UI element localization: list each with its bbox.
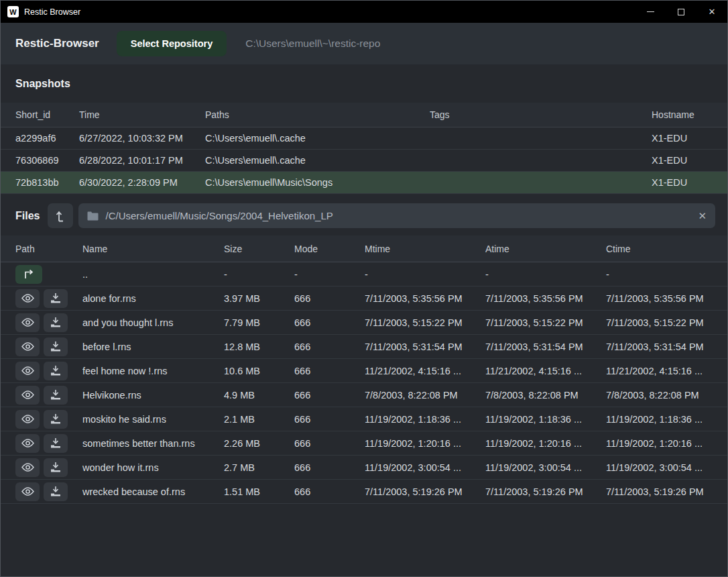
file-name: moskito he said.rns [82, 414, 224, 425]
file-row[interactable]: moskito he said.rns 2.1 MB 666 11/19/200… [1, 407, 727, 431]
file-row[interactable]: sometimes better than.rns 2.26 MB 666 11… [1, 431, 727, 456]
file-row[interactable]: before l.rns 12.8 MB 666 7/11/2003, 5:31… [1, 335, 727, 359]
download-file-button[interactable] [44, 482, 68, 501]
files-table-body: alone for.rns 3.97 MB 666 7/11/2003, 5:3… [1, 286, 727, 504]
file-mtime: 7/8/2003, 8:22:08 PM [365, 390, 485, 401]
column-paths: Paths [205, 109, 430, 120]
preview-file-button[interactable] [15, 482, 40, 501]
file-size: 7.79 MB [224, 317, 294, 328]
file-mode: 666 [294, 438, 365, 449]
file-ctime: 7/11/2003, 5:15:22 PM [606, 317, 727, 328]
parent-directory-row[interactable]: .. - - - - - [1, 262, 727, 286]
file-mtime: 11/19/2002, 1:18:36 ... [365, 414, 485, 425]
download-file-button[interactable] [44, 337, 68, 356]
preview-file-button[interactable] [15, 362, 40, 380]
column-name: Name [82, 244, 224, 254]
file-atime: 11/19/2002, 1:18:36 ... [485, 414, 606, 425]
window-controls: ✕ [635, 1, 727, 23]
snapshot-hostname: X1-EDU [652, 155, 727, 166]
file-mode: 666 [294, 317, 365, 328]
preview-file-button[interactable] [15, 337, 40, 356]
file-size: - [224, 269, 294, 280]
download-icon [50, 486, 61, 496]
maximize-icon [678, 9, 684, 15]
file-mtime: 11/19/2002, 3:00:54 ... [365, 462, 485, 473]
file-name: feel home now !.rns [82, 366, 224, 376]
snapshot-time: 6/30/2022, 2:28:09 PM [79, 177, 205, 188]
eye-icon [21, 318, 34, 327]
tree-up-icon [55, 210, 66, 222]
file-ctime: 11/21/2002, 4:15:16 ... [606, 366, 727, 376]
download-icon [50, 390, 61, 400]
snapshot-paths: C:\Users\emuell\.cache [205, 155, 430, 166]
preview-file-button[interactable] [15, 434, 40, 453]
download-icon [50, 438, 61, 448]
file-row[interactable]: Helvikone.rns 4.9 MB 666 7/8/2003, 8:22:… [1, 383, 727, 407]
download-file-button[interactable] [44, 362, 68, 380]
go-up-button[interactable] [15, 265, 42, 284]
close-button[interactable]: ✕ [696, 1, 727, 23]
file-mtime: 7/11/2003, 5:19:26 PM [365, 486, 485, 497]
download-icon [50, 366, 61, 376]
file-ctime: 11/19/2002, 1:20:16 ... [606, 438, 727, 449]
download-file-button[interactable] [44, 289, 68, 308]
clear-path-icon[interactable]: ✕ [698, 210, 707, 222]
snapshot-time: 6/28/2022, 10:01:17 PM [79, 155, 205, 166]
file-name: wonder how it.rns [82, 462, 224, 473]
column-time: Time [79, 109, 205, 120]
file-atime: 7/11/2003, 5:35:56 PM [485, 293, 606, 304]
download-file-button[interactable] [44, 410, 68, 429]
file-row[interactable]: wrecked because of.rns 1.51 MB 666 7/11/… [1, 480, 727, 504]
download-file-button[interactable] [44, 313, 68, 332]
file-mode: 666 [294, 390, 365, 401]
file-mode: 666 [294, 414, 365, 425]
file-row[interactable]: wonder how it.rns 2.7 MB 666 11/19/2002,… [1, 456, 727, 480]
file-name: Helvikone.rns [82, 390, 224, 401]
download-file-button[interactable] [44, 386, 68, 405]
snapshot-row[interactable]: 76306869 6/28/2022, 10:01:17 PM C:\Users… [1, 150, 727, 172]
file-mode: 666 [294, 486, 365, 497]
file-size: 10.6 MB [224, 366, 294, 376]
eye-icon [21, 439, 34, 448]
snapshot-row[interactable]: 72b813bb 6/30/2022, 2:28:09 PM C:\Users\… [1, 172, 727, 194]
eye-icon [21, 342, 34, 351]
select-repository-button[interactable]: Select Repository [117, 31, 227, 56]
maximize-button[interactable] [666, 1, 696, 23]
file-mode: 666 [294, 342, 365, 352]
app-logo-icon: W [7, 6, 19, 17]
file-atime: 7/11/2003, 5:19:26 PM [485, 486, 606, 497]
download-file-button[interactable] [44, 458, 68, 477]
eye-icon [21, 415, 34, 423]
eye-icon [21, 294, 34, 303]
preview-file-button[interactable] [15, 313, 40, 332]
tree-view-toggle-button[interactable] [48, 203, 73, 228]
snapshot-short-id: 76306869 [15, 155, 79, 166]
file-atime: - [485, 269, 606, 280]
preview-file-button[interactable] [15, 289, 40, 308]
file-size: 3.97 MB [224, 293, 294, 304]
preview-file-button[interactable] [15, 410, 40, 429]
file-name: alone for.rns [82, 293, 224, 304]
file-row[interactable]: alone for.rns 3.97 MB 666 7/11/2003, 5:3… [1, 286, 727, 311]
minimize-button[interactable] [635, 1, 666, 23]
snapshot-row[interactable]: a2299af6 6/27/2022, 10:03:32 PM C:\Users… [1, 127, 727, 150]
file-mtime: 11/19/2002, 1:20:16 ... [365, 438, 485, 449]
file-atime: 11/19/2002, 3:00:54 ... [485, 462, 606, 473]
preview-file-button[interactable] [15, 458, 40, 477]
current-path-bar[interactable]: /C/Users/emuell/Music/Songs/2004_Helveti… [78, 203, 715, 228]
file-name: .. [82, 269, 224, 280]
download-file-button[interactable] [44, 434, 68, 453]
file-size: 1.51 MB [224, 486, 294, 497]
file-row[interactable]: feel home now !.rns 10.6 MB 666 11/21/20… [1, 359, 727, 383]
file-atime: 11/19/2002, 1:20:16 ... [485, 438, 606, 449]
file-name: before l.rns [82, 342, 224, 352]
download-icon [50, 414, 61, 424]
preview-file-button[interactable] [15, 386, 40, 405]
eye-icon [21, 390, 34, 399]
file-row[interactable]: and you thought l.rns 7.79 MB 666 7/11/2… [1, 311, 727, 335]
snapshot-paths: C:\Users\emuell\Music\Songs [205, 177, 430, 188]
files-table-header: Path Name Size Mode Mtime Atime Ctime [1, 235, 727, 262]
eye-icon [21, 366, 34, 375]
file-mtime: 7/11/2003, 5:31:54 PM [365, 342, 485, 352]
files-heading: Files [15, 210, 40, 222]
